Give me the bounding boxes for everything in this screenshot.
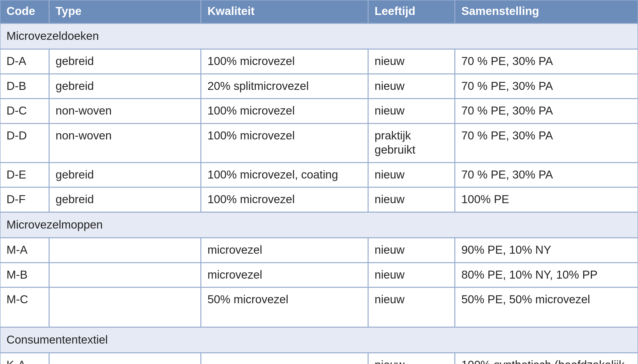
cell-type: gebreid — [49, 49, 201, 74]
cell-type: gebreid — [49, 187, 201, 212]
cell-leeftijd: nieuw — [368, 287, 455, 327]
cell-kwaliteit: 100% microvezel — [201, 49, 368, 74]
cell-samenstelling: 70 % PE, 30% PA — [455, 98, 638, 124]
table-header-row: Code Type Kwaliteit Leeftijd Samenstelli… — [0, 0, 638, 24]
section-label: Microvezelmoppen — [0, 212, 638, 238]
table-row: D-B gebreid 20% splitmicrovezel nieuw 70… — [0, 74, 638, 99]
materials-table: Code Type Kwaliteit Leeftijd Samenstelli… — [0, 0, 638, 364]
cell-kwaliteit: 50% microvezel — [201, 287, 368, 327]
cell-samenstelling: 90% PE, 10% NY — [455, 238, 638, 263]
section-label: Consumententextiel — [0, 327, 638, 353]
table-row: D-D non-woven 100% microvezel praktijk g… — [0, 124, 638, 162]
cell-leeftijd: nieuw — [368, 98, 455, 124]
cell-code: K-A — [0, 353, 49, 364]
table-row: M-A microvezel nieuw 90% PE, 10% NY — [0, 238, 638, 263]
table-row: M-C 50% microvezel nieuw 50% PE, 50% mic… — [0, 287, 638, 327]
cell-kwaliteit: 100% microvezel, coating — [201, 162, 368, 188]
cell-leeftijd: nieuw — [368, 187, 455, 212]
cell-samenstelling: 50% PE, 50% microvezel — [455, 287, 638, 327]
cell-kwaliteit: 100% microvezel — [201, 98, 368, 124]
cell-type: gebreid — [49, 162, 201, 188]
cell-type: gebreid — [49, 74, 201, 99]
cell-kwaliteit: microvezel — [201, 263, 368, 288]
table-row: D-F gebreid 100% microvezel nieuw 100% P… — [0, 187, 638, 212]
section-row-consumententextiel: Consumententextiel — [0, 327, 638, 353]
cell-code: D-F — [0, 187, 49, 212]
cell-type — [49, 263, 201, 288]
cell-leeftijd: nieuw — [368, 162, 455, 188]
col-header-samenstelling: Samenstelling — [455, 0, 638, 24]
cell-code: D-B — [0, 74, 49, 99]
cell-leeftijd: nieuw — [368, 353, 455, 364]
cell-leeftijd: nieuw — [368, 74, 455, 99]
cell-code: D-A — [0, 49, 49, 74]
col-header-type: Type — [49, 0, 201, 24]
cell-type: non-woven — [49, 98, 201, 124]
cell-kwaliteit — [201, 353, 368, 364]
cell-samenstelling: 80% PE, 10% NY, 10% PP — [455, 263, 638, 288]
cell-leeftijd: nieuw — [368, 263, 455, 288]
cell-leeftijd: nieuw — [368, 49, 455, 74]
col-header-kwaliteit: Kwaliteit — [201, 0, 368, 24]
col-header-code: Code — [0, 0, 49, 24]
col-header-leeftijd: Leeftijd — [368, 0, 455, 24]
cell-leeftijd: nieuw — [368, 238, 455, 263]
cell-samenstelling: 70 % PE, 30% PA — [455, 124, 638, 162]
cell-code: D-E — [0, 162, 49, 188]
section-label: Microvezeldoeken — [0, 24, 638, 49]
cell-samenstelling: 70 % PE, 30% PA — [455, 49, 638, 74]
cell-code: M-C — [0, 287, 49, 327]
table-row: D-C non-woven 100% microvezel nieuw 70 %… — [0, 98, 638, 124]
cell-kwaliteit: 100% microvezel — [201, 187, 368, 212]
cell-kwaliteit: microvezel — [201, 238, 368, 263]
section-row-microvezelmoppen: Microvezelmoppen — [0, 212, 638, 238]
cell-code: D-D — [0, 124, 49, 162]
table-row: K-A nieuw 100% synthetisch (hoofdzakelij… — [0, 353, 638, 364]
cell-samenstelling: 70 % PE, 30% PA — [455, 74, 638, 99]
cell-code: M-B — [0, 263, 49, 288]
cell-code: M-A — [0, 238, 49, 263]
cell-type — [49, 287, 201, 327]
table-row: D-E gebreid 100% microvezel, coating nie… — [0, 162, 638, 188]
cell-type — [49, 238, 201, 263]
table-row: D-A gebreid 100% microvezel nieuw 70 % P… — [0, 49, 638, 74]
cell-samenstelling: 100% PE — [455, 187, 638, 212]
cell-kwaliteit: 100% microvezel — [201, 124, 368, 162]
cell-samenstelling: 70 % PE, 30% PA — [455, 162, 638, 188]
section-row-microvezeldoeken: Microvezeldoeken — [0, 24, 638, 49]
cell-type: non-woven — [49, 124, 201, 162]
cell-kwaliteit: 20% splitmicrovezel — [201, 74, 368, 99]
cell-samenstelling: 100% synthetisch (hoofdzakelijk PE en PA… — [455, 353, 638, 364]
cell-leeftijd: praktijk gebruikt — [368, 124, 455, 162]
cell-code: D-C — [0, 98, 49, 124]
cell-type — [49, 353, 201, 364]
table-row: M-B microvezel nieuw 80% PE, 10% NY, 10%… — [0, 263, 638, 288]
